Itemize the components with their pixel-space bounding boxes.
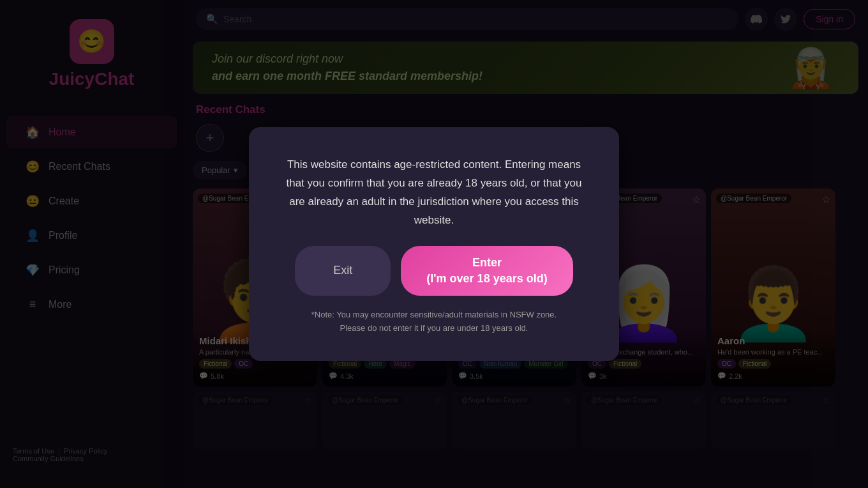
modal-buttons: Exit Enter (I'm over 18 years old) <box>295 246 572 296</box>
modal-enter-sublabel: (I'm over 18 years old) <box>426 272 547 285</box>
modal-enter-button[interactable]: Enter (I'm over 18 years old) <box>401 246 572 296</box>
modal-overlay: This website contains age-restricted con… <box>0 0 868 488</box>
modal-message: This website contains age-restricted con… <box>281 156 587 230</box>
modal-enter-label: Enter <box>472 256 502 269</box>
modal-exit-button[interactable]: Exit <box>295 246 391 296</box>
modal-note: *Note: You may encounter sensitive/adult… <box>311 309 557 335</box>
age-verification-modal: This website contains age-restricted con… <box>249 127 619 361</box>
